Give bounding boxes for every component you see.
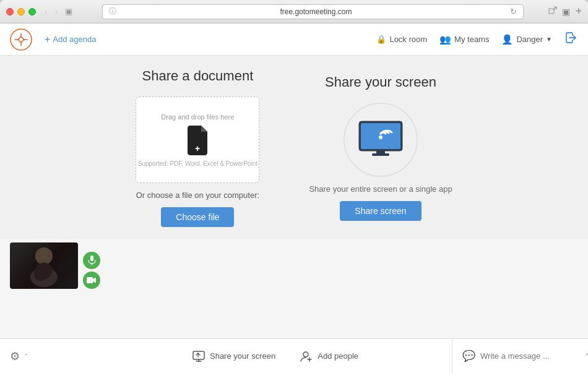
video-person	[10, 242, 78, 289]
close-button[interactable]	[6, 8, 14, 15]
browser-titlebar: ‹ › ▣ ⓘ free.gotomeeting.com ↻ ▣ +	[0, 0, 588, 24]
chevron-down-icon: ▼	[546, 36, 552, 43]
lock-room-label: Lock room	[389, 35, 427, 44]
user-menu-button[interactable]: 👤 Danger ▼	[501, 34, 552, 45]
share-screen-button[interactable]: Share screen	[340, 201, 421, 221]
maximize-button[interactable]	[28, 8, 36, 15]
chevron-up-left-icon[interactable]: ⌃	[24, 353, 28, 359]
exit-button[interactable]	[564, 31, 578, 48]
main-area: Share a document Drag and drop files her…	[0, 56, 588, 338]
add-people-action-label: Add people	[318, 351, 358, 361]
svg-rect-8	[372, 153, 389, 156]
logo	[10, 28, 32, 51]
window-icon: ▣	[65, 7, 72, 16]
back-arrow-icon[interactable]: ‹	[42, 6, 50, 18]
browser-actions: ▣ +	[548, 5, 582, 18]
svg-point-6	[379, 135, 383, 139]
svg-rect-11	[90, 255, 93, 261]
teams-icon: 👥	[439, 34, 451, 45]
share-screen-action[interactable]: Share your screen	[192, 351, 275, 362]
choose-file-text: Or choose a file on your computer:	[136, 191, 259, 200]
share-document-section: Share a document Drag and drop files her…	[136, 68, 259, 227]
main-content: Share a document Drag and drop files her…	[0, 56, 588, 239]
minimize-button[interactable]	[17, 8, 25, 15]
video-controls	[83, 252, 100, 289]
chat-icon: 💬	[462, 349, 475, 362]
share-screen-action-label: Share your screen	[210, 351, 275, 361]
browser-chrome: ‹ › ▣ ⓘ free.gotomeeting.com ↻ ▣ +	[0, 0, 588, 24]
svg-point-2	[19, 38, 23, 41]
svg-point-9	[35, 247, 53, 265]
svg-text:+: +	[195, 144, 200, 153]
share-screen-desc: Share your entire screen or a single app	[309, 184, 452, 194]
new-tab-icon[interactable]: +	[575, 5, 582, 18]
add-people-action[interactable]: Add people	[300, 351, 358, 362]
user-icon: 👤	[501, 34, 513, 45]
chevron-up-icon[interactable]: ⌃	[584, 352, 588, 361]
pip-icon[interactable]: ▣	[562, 7, 570, 17]
svg-rect-0	[549, 9, 554, 14]
bottom-bar-left: ⚙ ⌃	[0, 349, 99, 363]
my-teams-button[interactable]: 👥 My teams	[439, 34, 489, 45]
top-bar: + Add agenda 🔒 Lock room 👥 My teams 👤 Da…	[0, 24, 588, 56]
user-label: Danger	[516, 35, 543, 44]
bottom-bar-right: 💬 ⌃	[452, 339, 588, 373]
screen-icon-circle	[344, 103, 418, 177]
address-bar[interactable]: ⓘ free.gotomeeting.com ↻	[102, 4, 524, 19]
forward-arrow-icon[interactable]: ›	[53, 6, 61, 18]
microphone-button[interactable]	[83, 252, 100, 269]
my-teams-label: My teams	[454, 35, 489, 44]
file-icon: +	[185, 126, 210, 155]
browser-controls	[6, 8, 36, 15]
share-screen-title: Share your screen	[325, 74, 436, 90]
url-display: free.gotomeeting.com	[121, 7, 510, 16]
share-document-title: Share a document	[142, 68, 253, 84]
share-icon[interactable]	[548, 6, 557, 17]
drop-zone-text: Drag and drop files here	[161, 113, 234, 121]
lock-room-button[interactable]: 🔒 Lock room	[376, 35, 427, 44]
svg-rect-13	[87, 277, 93, 283]
add-agenda-label: Add agenda	[53, 35, 96, 44]
svg-rect-14	[193, 351, 204, 359]
video-panel	[10, 242, 100, 289]
lock-icon: 🔒	[376, 35, 386, 44]
add-agenda-button[interactable]: + Add agenda	[40, 32, 101, 48]
app-window: + Add agenda 🔒 Lock room 👥 My teams 👤 Da…	[0, 24, 588, 373]
plus-icon: +	[45, 34, 50, 45]
top-bar-right: 🔒 Lock room 👥 My teams 👤 Danger ▼	[376, 31, 578, 48]
camera-button[interactable]	[83, 272, 100, 289]
video-thumbnail	[10, 242, 78, 289]
supported-text: Supported: PDF, Word, Excel & PowerPoint	[138, 160, 257, 167]
info-icon: ⓘ	[109, 6, 116, 17]
drop-zone[interactable]: Drag and drop files here + Supported: PD…	[136, 96, 259, 183]
refresh-icon[interactable]: ↻	[510, 7, 517, 16]
bottom-bar-center: Share your screen Add people	[99, 351, 452, 362]
browser-nav: ‹ ›	[42, 6, 60, 18]
settings-icon[interactable]: ⚙	[10, 349, 20, 363]
message-input[interactable]	[480, 351, 584, 361]
svg-point-18	[303, 352, 308, 357]
bottom-bar: ⚙ ⌃ Share your screen	[0, 338, 588, 373]
choose-file-button[interactable]: Choose file	[161, 207, 234, 227]
share-screen-section: Share your screen	[309, 74, 452, 221]
